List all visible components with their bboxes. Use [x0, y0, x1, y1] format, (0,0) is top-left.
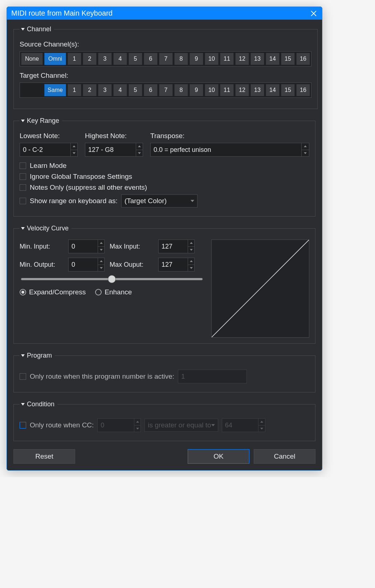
target-channel-btn-7[interactable]: 7: [159, 84, 173, 96]
stepper-up-icon[interactable]: [302, 143, 309, 150]
source-channel-btn-7[interactable]: 7: [159, 53, 173, 65]
source-channel-btn-3[interactable]: 3: [98, 53, 112, 65]
target-channel-btn-13[interactable]: 13: [250, 84, 264, 96]
condition-cc-field[interactable]: [98, 419, 134, 432]
target-channel-btn-10[interactable]: 10: [205, 84, 219, 96]
source-channel-btn-9[interactable]: 9: [189, 53, 203, 65]
max-input-stepper[interactable]: [158, 239, 195, 253]
condition-op-select[interactable]: is greater or equal to: [144, 419, 218, 432]
stepper-down-icon[interactable]: [188, 247, 194, 253]
stepper-down-icon[interactable]: [258, 426, 265, 432]
source-channel-btn-4[interactable]: 4: [113, 53, 127, 65]
notes-only-checkbox[interactable]: [20, 184, 26, 191]
stepper-up-icon[interactable]: [136, 143, 143, 150]
section-condition-legend[interactable]: Condition: [20, 400, 57, 408]
source-channel-btn-6[interactable]: 6: [144, 53, 158, 65]
target-channel-btn-14[interactable]: 14: [266, 84, 280, 96]
max-input-field[interactable]: [159, 240, 188, 253]
dialog-body: Channel Source Channel(s): NoneOmni12345…: [7, 20, 322, 470]
stepper-down-icon[interactable]: [98, 247, 104, 253]
transpose-input[interactable]: [150, 143, 309, 157]
min-input-stepper[interactable]: [68, 239, 105, 253]
lowest-note-input[interactable]: [20, 143, 78, 157]
learn-mode-checkbox[interactable]: [20, 162, 26, 169]
stepper-down-icon[interactable]: [71, 150, 77, 157]
target-channel-btn-15[interactable]: 15: [281, 84, 295, 96]
source-channel-btn-2[interactable]: 2: [83, 53, 97, 65]
show-range-select[interactable]: (Target Color): [121, 194, 197, 208]
reset-button[interactable]: Reset: [13, 449, 75, 464]
stepper-down-icon[interactable]: [134, 426, 140, 432]
ignore-transpose-label: Ignore Global Transpose Settings: [30, 173, 132, 181]
target-channel-btn-2[interactable]: 2: [83, 84, 97, 96]
target-channel-btn-6[interactable]: 6: [144, 84, 158, 96]
source-channel-btn-10[interactable]: 10: [205, 53, 219, 65]
target-channel-btn-3[interactable]: 3: [98, 84, 112, 96]
source-channel-btn-15[interactable]: 15: [281, 53, 295, 65]
stepper-down-icon[interactable]: [136, 150, 143, 157]
program-only-route-checkbox[interactable]: [20, 373, 26, 380]
condition-rhs-field[interactable]: [222, 419, 258, 432]
source-channel-btn-14[interactable]: 14: [266, 53, 280, 65]
condition-cc-input[interactable]: [97, 418, 141, 432]
target-channel-btn-9[interactable]: 9: [189, 84, 203, 96]
highest-note-field[interactable]: [85, 143, 136, 156]
program-number-input[interactable]: [178, 370, 247, 383]
expand-label: Expand/Compress: [29, 288, 86, 296]
stepper-up-icon[interactable]: [98, 240, 104, 247]
target-channel-btn-Same[interactable]: Same: [44, 84, 66, 96]
stepper-up-icon[interactable]: [188, 240, 194, 247]
source-channel-btn-5[interactable]: 5: [129, 53, 142, 65]
stepper-down-icon[interactable]: [188, 265, 194, 271]
source-channel-btn-None[interactable]: None: [21, 53, 43, 65]
section-keyrange-legend[interactable]: Key Range: [20, 117, 62, 125]
source-channel-btn-12[interactable]: 12: [235, 53, 249, 65]
section-velocity-legend[interactable]: Velocity Curve: [20, 225, 72, 232]
source-channel-btn-11[interactable]: 11: [220, 53, 234, 65]
min-output-stepper[interactable]: [68, 258, 105, 271]
stepper-down-icon[interactable]: [302, 150, 309, 157]
min-output-field[interactable]: [69, 258, 98, 271]
ok-button[interactable]: OK: [188, 449, 249, 464]
program-number-field[interactable]: [178, 370, 246, 383]
target-channel-btn-8[interactable]: 8: [174, 84, 188, 96]
close-icon[interactable]: [310, 9, 318, 17]
max-output-stepper[interactable]: [158, 258, 195, 271]
source-channel-btn-13[interactable]: 13: [250, 53, 264, 65]
source-channel-label: Source Channel(s):: [20, 40, 311, 48]
source-channel-btn-Omni[interactable]: Omni: [44, 53, 66, 65]
target-channel-label: Target Channel:: [20, 72, 311, 80]
lowest-note-field[interactable]: [20, 143, 70, 156]
show-range-checkbox[interactable]: [20, 198, 26, 204]
section-program: Program Only route when this program num…: [13, 352, 315, 392]
expand-radio[interactable]: [20, 289, 26, 295]
min-input-field[interactable]: [69, 240, 98, 253]
source-channel-btn-1[interactable]: 1: [68, 53, 81, 65]
source-channel-btn-8[interactable]: 8: [174, 53, 188, 65]
section-channel-legend[interactable]: Channel: [20, 25, 54, 33]
stepper-up-icon[interactable]: [134, 419, 140, 426]
target-channel-btn-16[interactable]: 16: [296, 84, 310, 96]
highest-note-input[interactable]: [85, 143, 143, 157]
condition-only-route-checkbox[interactable]: [20, 422, 26, 428]
max-output-field[interactable]: [159, 258, 188, 271]
target-channel-btn-5[interactable]: 5: [129, 84, 142, 96]
velocity-slider[interactable]: [21, 278, 203, 280]
target-channel-btn-1[interactable]: 1: [68, 84, 81, 96]
stepper-down-icon[interactable]: [98, 265, 104, 271]
transpose-field[interactable]: [151, 143, 301, 156]
enhance-radio[interactable]: [95, 289, 102, 295]
section-program-legend[interactable]: Program: [20, 352, 55, 359]
ignore-transpose-checkbox[interactable]: [20, 173, 26, 180]
target-channel-btn-4[interactable]: 4: [113, 84, 127, 96]
stepper-up-icon[interactable]: [188, 258, 194, 265]
stepper-up-icon[interactable]: [98, 258, 104, 265]
condition-rhs-input[interactable]: [222, 418, 265, 432]
stepper-up-icon[interactable]: [71, 143, 77, 150]
source-channel-btn-16[interactable]: 16: [296, 53, 310, 65]
cancel-button[interactable]: Cancel: [254, 449, 315, 464]
target-channel-btn-12[interactable]: 12: [235, 84, 249, 96]
slider-thumb-icon[interactable]: [108, 275, 116, 283]
stepper-up-icon[interactable]: [258, 419, 265, 426]
target-channel-btn-11[interactable]: 11: [220, 84, 234, 96]
